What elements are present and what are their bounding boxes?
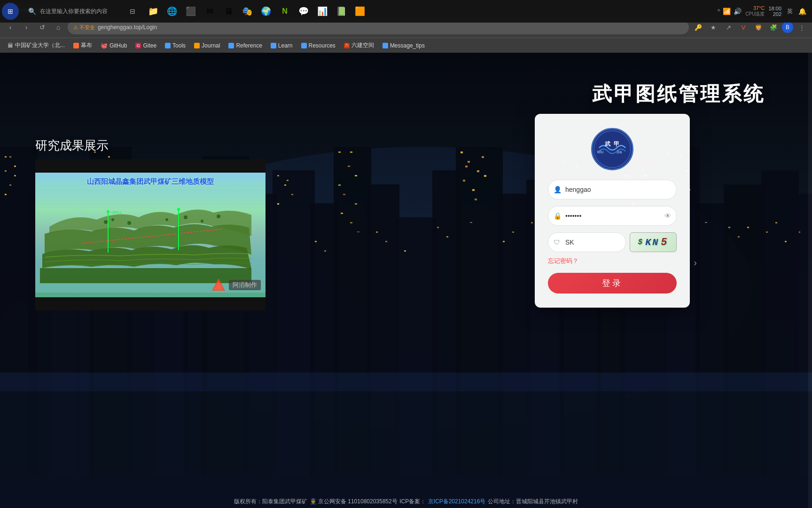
- svg-rect-76: [482, 156, 484, 158]
- bookmark-mubu[interactable]: 幕布: [70, 40, 96, 51]
- taskbar-explorer-icon[interactable]: 📁: [145, 3, 162, 20]
- profile-avatar[interactable]: B: [782, 22, 793, 33]
- bookmark-uni[interactable]: 🏛 中国矿业大学（北...: [4, 40, 69, 51]
- url-text: genghenggao.top/Login: [98, 24, 157, 31]
- taskbar-search-area[interactable]: 🔍 在这里输入你要搜索的内容: [21, 8, 124, 16]
- bookmark-icon[interactable]: ★: [707, 21, 720, 34]
- bookmark-github[interactable]: 🐙 GitHub: [97, 41, 131, 50]
- taskbar-email-icon[interactable]: ✉: [201, 3, 218, 20]
- bookmark-tools[interactable]: Tools: [161, 41, 189, 50]
- taskbar-terminal-icon[interactable]: ⬛: [182, 3, 199, 20]
- svg-rect-74: [463, 180, 465, 182]
- svg-rect-61: [287, 180, 289, 181]
- svg-rect-66: [350, 151, 352, 153]
- svg-rect-34: [14, 175, 16, 176]
- svg-rect-112: [437, 227, 439, 228]
- back-button[interactable]: ‹: [4, 21, 17, 34]
- bookmark-resources[interactable]: Resources: [297, 41, 339, 50]
- password-input[interactable]: [548, 206, 677, 226]
- svg-rect-79: [484, 175, 486, 177]
- time-display[interactable]: 18:00 202: [768, 6, 781, 17]
- taskbar-wechat-icon[interactable]: 💬: [295, 3, 312, 20]
- app-title: 武甲图纸管理系统: [592, 81, 765, 107]
- bookmark-gitee[interactable]: G Gitee: [132, 41, 160, 50]
- network-icon[interactable]: 📶: [723, 8, 731, 15]
- volume-icon[interactable]: 🔊: [734, 8, 742, 15]
- svg-rect-109: [376, 231, 378, 233]
- svg-point-144: [107, 210, 109, 213]
- svg-rect-31: [9, 156, 11, 158]
- brave-icon[interactable]: 🦁: [752, 21, 765, 34]
- bookmark-learn[interactable]: Learn: [267, 41, 297, 50]
- notifications-button[interactable]: 🔔: [798, 8, 806, 15]
- taskbar-nvidia-icon[interactable]: N: [276, 3, 293, 20]
- browser-frame: genghenggao.top/Login × + ─ □ ✕ ‹ › ↺ ⌂ …: [0, 0, 812, 508]
- username-input[interactable]: [548, 180, 677, 199]
- page-content: 研究成果展示 山西阳城晶鑫集团武甲煤矿三维地质模型: [0, 53, 812, 508]
- bookmark-journal[interactable]: Journal: [190, 41, 224, 50]
- svg-rect-69: [341, 213, 343, 214]
- cpu-label: CPU温度: [745, 11, 765, 17]
- menu-button[interactable]: ⋮: [795, 21, 808, 34]
- password-group: 🔒 👁: [548, 206, 677, 226]
- video-container: 山西阳城晶鑫集团武甲煤矿三维地质模型: [35, 159, 265, 310]
- svg-rect-116: [531, 222, 533, 223]
- watermark-logo: [211, 278, 226, 293]
- scroll-indicator[interactable]: [808, 53, 812, 508]
- password-manager-icon[interactable]: 🔑: [692, 21, 705, 34]
- taskbar-browser-icon[interactable]: 🌐: [164, 3, 180, 20]
- bookmark-message[interactable]: Message_tips: [379, 41, 429, 50]
- svg-rect-58: [284, 184, 286, 186]
- taskbar-excel-icon[interactable]: 📗: [333, 3, 350, 20]
- language-indicator[interactable]: 英: [785, 8, 795, 16]
- taskbar-tray: ^ 📶 🔊 37°C CPU温度 18:00 202 英 🔔: [712, 5, 812, 17]
- left-panel: 研究成果展示 山西阳城晶鑫集团武甲煤矿三维地质模型: [35, 137, 265, 310]
- captcha-image[interactable]: $ KN 5: [630, 232, 677, 252]
- clock-time: 18:00: [768, 6, 781, 11]
- svg-rect-111: [404, 250, 406, 252]
- lock-icon: 🔒: [554, 212, 562, 220]
- svg-rect-115: [512, 231, 514, 233]
- start-button[interactable]: ⊞: [2, 3, 19, 20]
- page-footer: 版权所有：阳泰集团武甲煤矿 👮 京公网安备 11010802035852号 IC…: [0, 497, 812, 506]
- svg-rect-73: [477, 170, 479, 172]
- search-placeholder: 在这里输入你要搜索的内容: [40, 8, 108, 16]
- video-footer: [35, 297, 265, 310]
- svg-rect-62: [338, 151, 341, 153]
- extension-icon[interactable]: 🧩: [767, 21, 780, 34]
- svg-point-137: [111, 218, 114, 221]
- svg-rect-64: [355, 175, 357, 176]
- taskbar: ⊞ 🔍 在这里输入你要搜索的内容 ⊟ 📁 🌐 ⬛ ✉ 🖥 🎭: [0, 0, 812, 23]
- svg-rect-124: [785, 241, 787, 242]
- bookmarks-bar: 🏛 中国矿业大学（北... 幕布 🐙 GitHub G Gitee Tools …: [0, 38, 812, 53]
- svg-text:武: 武: [605, 141, 611, 147]
- police-text: 京公网安备 11010802035852号: [318, 498, 398, 505]
- arrow-decoration: ›: [694, 257, 697, 268]
- taskbar-app3-icon[interactable]: 🟧: [351, 3, 368, 20]
- temperature-display: 37°C: [753, 5, 765, 11]
- login-button[interactable]: 登录: [548, 273, 677, 294]
- vivaldi-icon[interactable]: V: [737, 21, 750, 34]
- share-icon[interactable]: ↗: [722, 21, 735, 34]
- taskbar-app1-icon[interactable]: 🖥: [220, 3, 237, 20]
- home-button[interactable]: ⌂: [52, 21, 65, 34]
- eye-toggle-icon[interactable]: 👁: [664, 212, 671, 220]
- task-view-button[interactable]: ⊟: [124, 3, 141, 20]
- icp-link[interactable]: 京ICP备2021024216号: [428, 498, 486, 505]
- forward-button[interactable]: ›: [20, 21, 33, 34]
- tray-icon1[interactable]: ^: [718, 8, 720, 15]
- svg-point-152: [594, 131, 631, 167]
- refresh-button[interactable]: ↺: [36, 21, 49, 34]
- taskbar-chrome-icon[interactable]: 🌍: [258, 3, 274, 20]
- svg-rect-110: [385, 241, 387, 242]
- taskbar-ppt-icon[interactable]: 📊: [314, 3, 331, 20]
- bookmark-reference[interactable]: Reference: [225, 41, 265, 50]
- svg-text:甲: 甲: [614, 141, 619, 147]
- taskbar-app2-icon[interactable]: 🎭: [239, 3, 256, 20]
- bookmark-liujian[interactable]: 六 六建空间: [340, 40, 378, 51]
- svg-rect-63: [348, 166, 350, 167]
- research-title: 研究成果展示: [35, 137, 265, 154]
- clock-date: 202: [773, 11, 781, 17]
- svg-rect-120: [738, 236, 740, 238]
- forgot-password-link[interactable]: 忘记密码？: [548, 257, 677, 265]
